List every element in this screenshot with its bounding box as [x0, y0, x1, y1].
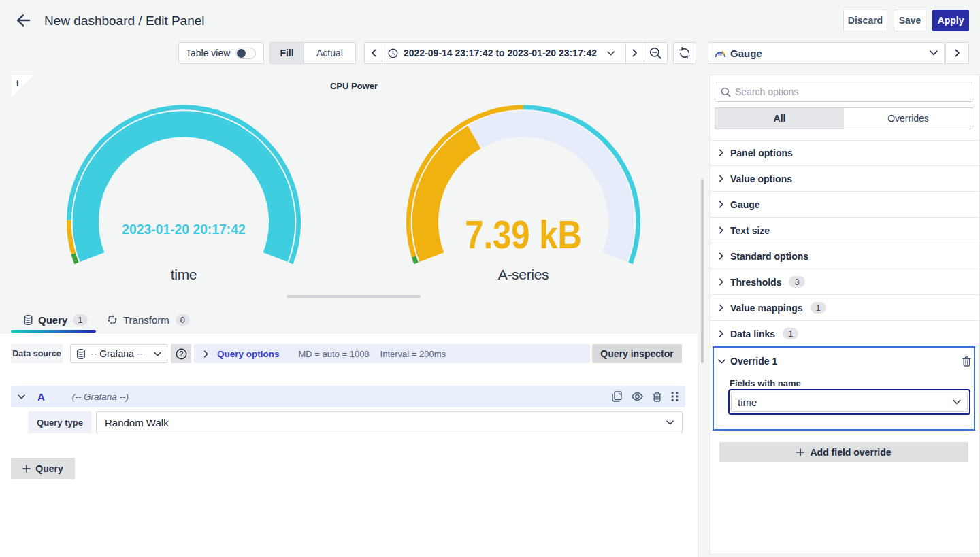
svg-text:?: ? — [179, 350, 183, 358]
svg-text:70: 70 — [718, 52, 722, 56]
